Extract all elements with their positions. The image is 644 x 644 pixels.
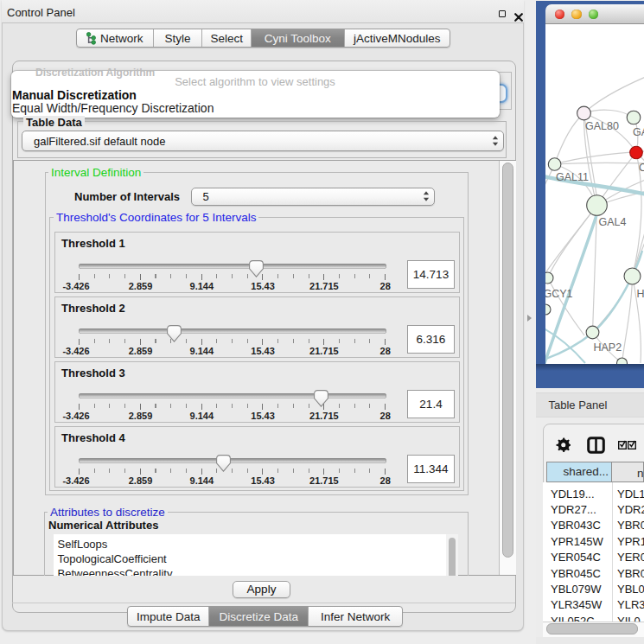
svg-text:HA: HA bbox=[637, 288, 644, 300]
svg-text:GAL8: GAL8 bbox=[633, 126, 644, 138]
svg-text:GAL11: GAL11 bbox=[556, 171, 589, 183]
svg-text:GAL4: GAL4 bbox=[599, 216, 627, 228]
svg-text:GAL80: GAL80 bbox=[585, 120, 619, 132]
svg-text:GCY1: GCY1 bbox=[545, 288, 573, 300]
svg-text:CY: CY bbox=[639, 162, 644, 174]
svg-text:HAP2: HAP2 bbox=[594, 341, 622, 354]
